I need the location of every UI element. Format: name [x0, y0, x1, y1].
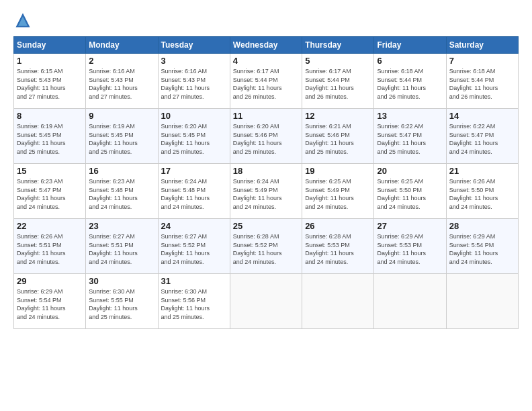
- day-number: 9: [89, 111, 154, 121]
- day-info: Sunrise: 6:17 AM Sunset: 5:44 PM Dayligh…: [233, 67, 299, 101]
- calendar-cell: 9Sunrise: 6:19 AM Sunset: 5:45 PM Daylig…: [86, 109, 158, 164]
- calendar-cell: 3Sunrise: 6:16 AM Sunset: 5:43 PM Daylig…: [158, 54, 230, 109]
- calendar-header-thursday: Thursday: [302, 37, 374, 54]
- day-info: Sunrise: 6:23 AM Sunset: 5:48 PM Dayligh…: [89, 177, 154, 211]
- day-number: 22: [17, 221, 83, 231]
- calendar-cell: 15Sunrise: 6:23 AM Sunset: 5:47 PM Dayli…: [14, 164, 86, 219]
- day-info: Sunrise: 6:16 AM Sunset: 5:43 PM Dayligh…: [89, 67, 154, 101]
- calendar-cell: 2Sunrise: 6:16 AM Sunset: 5:43 PM Daylig…: [86, 54, 158, 109]
- day-number: 21: [449, 166, 515, 176]
- calendar-cell: 28Sunrise: 6:29 AM Sunset: 5:54 PM Dayli…: [446, 219, 518, 274]
- day-info: Sunrise: 6:30 AM Sunset: 5:55 PM Dayligh…: [89, 287, 154, 321]
- day-number: 30: [89, 276, 154, 286]
- day-number: 8: [17, 111, 83, 121]
- day-info: Sunrise: 6:30 AM Sunset: 5:56 PM Dayligh…: [161, 287, 227, 321]
- calendar-cell: 21Sunrise: 6:26 AM Sunset: 5:50 PM Dayli…: [446, 164, 518, 219]
- day-info: Sunrise: 6:23 AM Sunset: 5:47 PM Dayligh…: [17, 177, 83, 211]
- day-number: 29: [17, 276, 83, 286]
- calendar-cell: 24Sunrise: 6:27 AM Sunset: 5:52 PM Dayli…: [158, 219, 230, 274]
- calendar-cell: 6Sunrise: 6:18 AM Sunset: 5:44 PM Daylig…: [374, 54, 446, 109]
- calendar-header-monday: Monday: [86, 37, 158, 54]
- day-number: 1: [17, 56, 83, 66]
- day-info: Sunrise: 6:25 AM Sunset: 5:49 PM Dayligh…: [305, 177, 371, 211]
- calendar-cell: 13Sunrise: 6:22 AM Sunset: 5:47 PM Dayli…: [374, 109, 446, 164]
- calendar-cell: 29Sunrise: 6:29 AM Sunset: 5:54 PM Dayli…: [14, 274, 86, 329]
- day-info: Sunrise: 6:21 AM Sunset: 5:46 PM Dayligh…: [305, 122, 371, 156]
- day-info: Sunrise: 6:26 AM Sunset: 5:51 PM Dayligh…: [17, 232, 83, 266]
- day-number: 24: [161, 221, 227, 231]
- day-number: 10: [161, 111, 227, 121]
- day-number: 20: [377, 166, 443, 176]
- day-number: 28: [449, 221, 515, 231]
- calendar-header-tuesday: Tuesday: [158, 37, 230, 54]
- calendar-week-row: 8Sunrise: 6:19 AM Sunset: 5:45 PM Daylig…: [14, 109, 519, 164]
- calendar-cell: 14Sunrise: 6:22 AM Sunset: 5:47 PM Dayli…: [446, 109, 518, 164]
- day-info: Sunrise: 6:24 AM Sunset: 5:48 PM Dayligh…: [161, 177, 227, 211]
- calendar-cell: 26Sunrise: 6:28 AM Sunset: 5:53 PM Dayli…: [302, 219, 374, 274]
- calendar-cell: 18Sunrise: 6:24 AM Sunset: 5:49 PM Dayli…: [230, 164, 302, 219]
- day-number: 11: [233, 111, 299, 121]
- calendar-cell: 17Sunrise: 6:24 AM Sunset: 5:48 PM Dayli…: [158, 164, 230, 219]
- logo: [13, 11, 34, 30]
- day-info: Sunrise: 6:29 AM Sunset: 5:53 PM Dayligh…: [377, 232, 443, 266]
- day-info: Sunrise: 6:19 AM Sunset: 5:45 PM Dayligh…: [89, 122, 154, 156]
- calendar-cell: 23Sunrise: 6:27 AM Sunset: 5:51 PM Dayli…: [86, 219, 158, 274]
- day-info: Sunrise: 6:20 AM Sunset: 5:46 PM Dayligh…: [233, 122, 299, 156]
- day-number: 27: [377, 221, 443, 231]
- calendar-week-row: 15Sunrise: 6:23 AM Sunset: 5:47 PM Dayli…: [14, 164, 519, 219]
- calendar-week-row: 1Sunrise: 6:15 AM Sunset: 5:43 PM Daylig…: [14, 54, 519, 109]
- calendar-cell: [230, 274, 302, 329]
- day-number: 5: [305, 56, 371, 66]
- day-info: Sunrise: 6:28 AM Sunset: 5:53 PM Dayligh…: [305, 232, 371, 266]
- day-number: 15: [17, 166, 83, 176]
- calendar-cell: [302, 274, 374, 329]
- calendar-cell: 7Sunrise: 6:18 AM Sunset: 5:44 PM Daylig…: [446, 54, 518, 109]
- page-header: [13, 11, 519, 30]
- calendar-header-sunday: Sunday: [14, 37, 86, 54]
- day-info: Sunrise: 6:22 AM Sunset: 5:47 PM Dayligh…: [377, 122, 443, 156]
- day-info: Sunrise: 6:19 AM Sunset: 5:45 PM Dayligh…: [17, 122, 83, 156]
- day-info: Sunrise: 6:25 AM Sunset: 5:50 PM Dayligh…: [377, 177, 443, 211]
- calendar-cell: 22Sunrise: 6:26 AM Sunset: 5:51 PM Dayli…: [14, 219, 86, 274]
- day-info: Sunrise: 6:22 AM Sunset: 5:47 PM Dayligh…: [449, 122, 515, 156]
- day-number: 2: [89, 56, 154, 66]
- day-info: Sunrise: 6:27 AM Sunset: 5:52 PM Dayligh…: [161, 232, 227, 266]
- day-info: Sunrise: 6:15 AM Sunset: 5:43 PM Dayligh…: [17, 67, 83, 101]
- day-info: Sunrise: 6:20 AM Sunset: 5:45 PM Dayligh…: [161, 122, 227, 156]
- calendar-cell: [374, 274, 446, 329]
- day-number: 4: [233, 56, 299, 66]
- calendar-cell: 27Sunrise: 6:29 AM Sunset: 5:53 PM Dayli…: [374, 219, 446, 274]
- day-number: 14: [449, 111, 515, 121]
- calendar-week-row: 29Sunrise: 6:29 AM Sunset: 5:54 PM Dayli…: [14, 274, 519, 329]
- day-number: 12: [305, 111, 371, 121]
- calendar-cell: 11Sunrise: 6:20 AM Sunset: 5:46 PM Dayli…: [230, 109, 302, 164]
- calendar-cell: 25Sunrise: 6:28 AM Sunset: 5:52 PM Dayli…: [230, 219, 302, 274]
- calendar-cell: 12Sunrise: 6:21 AM Sunset: 5:46 PM Dayli…: [302, 109, 374, 164]
- calendar-cell: 30Sunrise: 6:30 AM Sunset: 5:55 PM Dayli…: [86, 274, 158, 329]
- day-number: 23: [89, 221, 154, 231]
- calendar-cell: 10Sunrise: 6:20 AM Sunset: 5:45 PM Dayli…: [158, 109, 230, 164]
- day-number: 3: [161, 56, 227, 66]
- day-info: Sunrise: 6:18 AM Sunset: 5:44 PM Dayligh…: [449, 67, 515, 101]
- day-number: 7: [449, 56, 515, 66]
- day-number: 19: [305, 166, 371, 176]
- day-number: 17: [161, 166, 227, 176]
- day-info: Sunrise: 6:16 AM Sunset: 5:43 PM Dayligh…: [161, 67, 227, 101]
- day-info: Sunrise: 6:27 AM Sunset: 5:51 PM Dayligh…: [89, 232, 154, 266]
- day-number: 26: [305, 221, 371, 231]
- day-number: 16: [89, 166, 154, 176]
- day-info: Sunrise: 6:17 AM Sunset: 5:44 PM Dayligh…: [305, 67, 371, 101]
- calendar-header-saturday: Saturday: [446, 37, 518, 54]
- day-number: 6: [377, 56, 443, 66]
- day-number: 13: [377, 111, 443, 121]
- day-info: Sunrise: 6:18 AM Sunset: 5:44 PM Dayligh…: [377, 67, 443, 101]
- calendar-cell: 5Sunrise: 6:17 AM Sunset: 5:44 PM Daylig…: [302, 54, 374, 109]
- day-info: Sunrise: 6:29 AM Sunset: 5:54 PM Dayligh…: [449, 232, 515, 266]
- calendar-header-wednesday: Wednesday: [230, 37, 302, 54]
- calendar-table: SundayMondayTuesdayWednesdayThursdayFrid…: [13, 36, 519, 329]
- day-number: 31: [161, 276, 227, 286]
- calendar-cell: 31Sunrise: 6:30 AM Sunset: 5:56 PM Dayli…: [158, 274, 230, 329]
- day-info: Sunrise: 6:26 AM Sunset: 5:50 PM Dayligh…: [449, 177, 515, 211]
- calendar-cell: 1Sunrise: 6:15 AM Sunset: 5:43 PM Daylig…: [14, 54, 86, 109]
- calendar-header-friday: Friday: [374, 37, 446, 54]
